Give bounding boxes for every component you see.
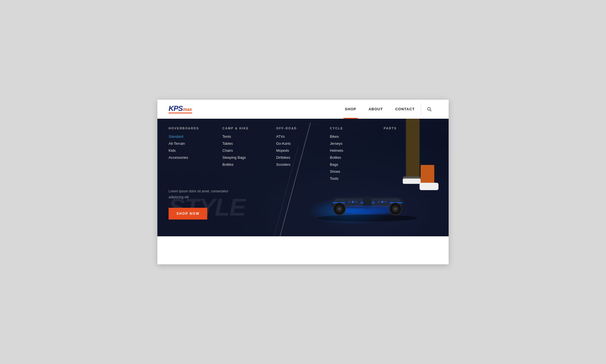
svg-point-14 xyxy=(394,207,397,210)
svg-point-0 xyxy=(428,107,430,110)
logo-max: max xyxy=(183,107,192,112)
menu-link-tents[interactable]: Tents xyxy=(222,134,271,139)
nav-about[interactable]: ABOUT xyxy=(362,100,389,119)
svg-point-18 xyxy=(355,201,357,203)
menu-column-cycle: CYCLE Bikes Jerseys Helmets Bottles Bags… xyxy=(330,127,384,183)
svg-point-21 xyxy=(381,201,383,203)
menu-link-kids[interactable]: Kids xyxy=(169,148,217,153)
menu-column-parts: PARTS xyxy=(384,127,437,183)
menu-link-sleeping-bags[interactable]: Sleeping Bags xyxy=(222,155,271,160)
svg-point-17 xyxy=(352,201,354,203)
menu-link-bottles-cycle[interactable]: Bottles xyxy=(330,155,378,160)
menu-title-parts: PARTS xyxy=(384,127,432,130)
hero-description-text: Lorem ipsum dolor sit amet, consectetur … xyxy=(169,188,228,200)
svg-point-16 xyxy=(348,201,350,203)
menu-link-gokarts[interactable]: Go-Karts xyxy=(276,141,324,146)
white-section xyxy=(157,236,449,264)
menu-link-bags[interactable]: Bags xyxy=(330,162,378,167)
logo-kps: KPS xyxy=(169,105,183,112)
menu-title-cycle: CYCLE xyxy=(330,127,378,130)
menu-link-chairs[interactable]: Chairs xyxy=(222,148,271,153)
nav-shop[interactable]: SHOP xyxy=(339,100,362,119)
menu-link-accessories[interactable]: Accessories xyxy=(169,155,217,160)
menu-link-allterrain[interactable]: All-Terrain xyxy=(169,141,217,146)
menu-link-shoes[interactable]: Shoes xyxy=(330,169,378,174)
menu-link-bikes[interactable]: Bikes xyxy=(330,134,378,139)
shop-now-button[interactable]: SHOP NOW xyxy=(169,208,207,220)
svg-point-20 xyxy=(377,201,380,203)
svg-point-11 xyxy=(338,207,341,210)
menu-title-hoverboards: HOVERBOARDS xyxy=(169,127,217,130)
menu-link-mopeds[interactable]: Mopeds xyxy=(276,148,324,153)
browser-window: KPS max SHOP ABOUT CONTACT xyxy=(157,100,449,264)
menu-link-tools[interactable]: Tools xyxy=(330,176,378,181)
svg-point-2 xyxy=(317,215,418,221)
menu-link-bottles-camp[interactable]: Bottles xyxy=(222,162,271,167)
hero-description: Lorem ipsum dolor sit amet, consectetur … xyxy=(169,188,228,200)
logo-underline xyxy=(169,113,192,113)
menu-link-tables[interactable]: Tables xyxy=(222,141,271,146)
menu-column-hoverboards: HOVERBOARDS Standard All-Terrain Kids Ac… xyxy=(169,127,222,183)
menu-title-camphike: CAMP & HIKE xyxy=(222,127,271,130)
menu-column-camphike: CAMP & HIKE Tents Tables Chairs Sleeping… xyxy=(222,127,276,183)
search-icon xyxy=(427,107,432,112)
menu-column-offroad: OFF-ROAD ATVs Go-Karts Mopeds Dirtbikes … xyxy=(276,127,330,183)
menu-link-dirtbikes[interactable]: Dirtbikes xyxy=(276,155,324,160)
search-button[interactable] xyxy=(421,100,437,119)
hero-section: STYLE HOVERBOARDS Standard All-Terrain K… xyxy=(157,119,449,236)
menu-link-helmets[interactable]: Helmets xyxy=(330,148,378,153)
nav-contact[interactable]: CONTACT xyxy=(389,100,421,119)
nav-items: SHOP ABOUT CONTACT xyxy=(339,100,437,119)
mega-menu: HOVERBOARDS Standard All-Terrain Kids Ac… xyxy=(157,119,449,189)
logo[interactable]: KPS max xyxy=(169,105,192,113)
header: KPS max SHOP ABOUT CONTACT xyxy=(157,100,449,119)
menu-link-scooters[interactable]: Scooters xyxy=(276,162,324,167)
svg-line-1 xyxy=(430,110,432,111)
menu-link-standard[interactable]: Standard xyxy=(169,134,217,139)
menu-link-jerseys[interactable]: Jerseys xyxy=(330,141,378,146)
menu-link-atvs[interactable]: ATVs xyxy=(276,134,324,139)
svg-point-22 xyxy=(384,201,387,203)
menu-title-offroad: OFF-ROAD xyxy=(276,127,324,130)
